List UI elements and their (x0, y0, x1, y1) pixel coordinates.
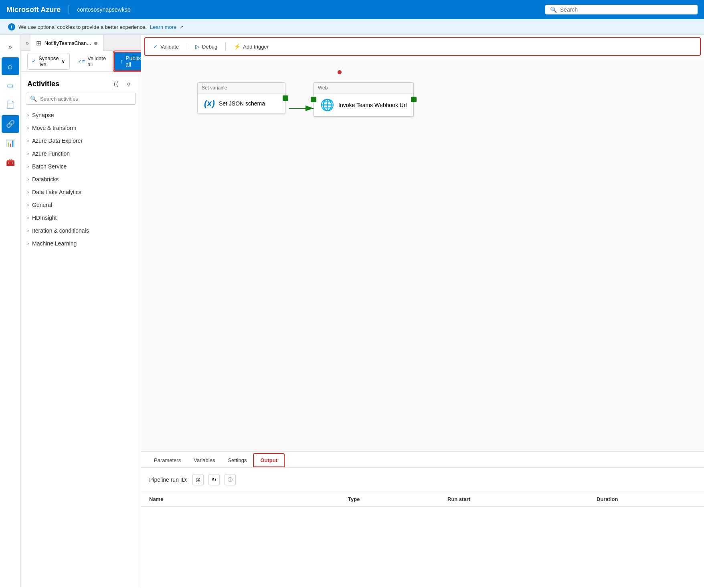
pipeline-tab[interactable]: ⊞ NotifiyTeamsChan... (30, 35, 103, 51)
bottom-tabs: Parameters Variables Settings Output (141, 452, 704, 468)
activity-group-synapse[interactable]: › Synapse (21, 109, 141, 122)
search-bar: 🔍 (545, 5, 698, 14)
activity-group-iteration-conditionals[interactable]: › Iteration & conditionals (21, 224, 141, 237)
toolbar-divider (187, 43, 187, 51)
web-label: Invoke Teams Webhook Url (338, 102, 407, 108)
activity-group-move-transform[interactable]: › Move & transform (21, 122, 141, 134)
validate-all-button[interactable]: ✓≡ Validate all (73, 53, 111, 69)
tab-unsaved-dot (94, 42, 97, 45)
activity-group-azure-data-explorer[interactable]: › Azure Data Explorer (21, 134, 141, 147)
activity-group-data-lake-analytics[interactable]: › Data Lake Analytics (21, 186, 141, 199)
web-body: 🌐 Invoke Teams Webhook Url (314, 93, 413, 116)
tab-settings[interactable]: Settings (221, 454, 253, 467)
search-activities-icon: 🔍 (30, 95, 37, 102)
chevron-right-icon: › (27, 138, 29, 144)
sidebar-item-database[interactable]: ▭ (2, 77, 19, 94)
activity-group-label: HDInsight (32, 215, 57, 221)
chevron-right-icon: › (27, 189, 29, 195)
search-activities-input[interactable] (40, 96, 131, 102)
validate-check-icon: ✓ (153, 43, 158, 50)
sidebar-item-toolbox[interactable]: 🧰 (2, 154, 19, 171)
publish-toolbar: ✓ Synapse live ∨ ✓≡ Validate all ↑ Publi… (21, 51, 141, 72)
set-variable-label: Set JSON schema (219, 100, 265, 107)
external-link-icon: ↗ (180, 24, 183, 30)
run-refresh-button[interactable]: ↻ (208, 474, 220, 485)
expand-panel-icon[interactable]: » (24, 39, 30, 47)
sidebar-item-monitor[interactable]: 📊 (2, 134, 19, 152)
activity-group-databricks[interactable]: › Databricks (21, 173, 141, 186)
web-output-connector[interactable] (411, 97, 417, 102)
debug-label: Debug (202, 44, 217, 50)
sidebar-item-home[interactable]: ⌂ (2, 57, 19, 75)
validate-button[interactable]: ✓ Validate (148, 41, 184, 52)
collapse-panel-icon[interactable]: « (123, 78, 134, 89)
activities-header: Activities ⟨⟨ « (21, 72, 141, 93)
activity-group-label: Databricks (32, 176, 59, 182)
activity-group-label: General (32, 202, 52, 208)
top-bar-divider (69, 5, 69, 14)
activity-group-azure-function[interactable]: › Azure Function (21, 147, 141, 160)
sidebar-item-document[interactable]: 📄 (2, 96, 19, 114)
set-variable-node[interactable]: Set variable (x) Set JSON schema (197, 82, 285, 114)
chevron-right-icon: › (27, 241, 29, 246)
activity-group-label: Azure Data Explorer (32, 138, 83, 144)
activity-group-hdinsight[interactable]: › HDInsight (21, 211, 141, 224)
workspace-name: contososynapsewksp (77, 6, 130, 13)
tab-bar: » ⊞ NotifiyTeamsChan... (21, 35, 141, 51)
pipeline-run-id-label: Pipeline run ID: (149, 476, 188, 483)
tab-parameters[interactable]: Parameters (148, 454, 187, 467)
activities-title: Activities (27, 80, 59, 88)
cookie-text: We use optional cookies to provide a bet… (18, 24, 147, 30)
tab-output[interactable]: Output (253, 453, 285, 467)
cookie-banner: i We use optional cookies to provide a b… (0, 19, 704, 35)
activity-group-machine-learning[interactable]: › Machine Learning (21, 237, 141, 250)
collapse-icon[interactable]: ⟨⟨ (110, 78, 121, 89)
info-icon: i (8, 23, 15, 30)
web-node[interactable]: Web 🌐 Invoke Teams Webhook Url (314, 82, 414, 117)
output-table-header: Name Type Run start Duration (141, 492, 704, 507)
search-icon: 🔍 (550, 6, 557, 13)
run-info-button[interactable]: ⓘ (225, 474, 236, 485)
add-trigger-button[interactable]: ⚡ Add trigger (229, 41, 273, 52)
sidebar-item-integrate[interactable]: 🔗 (2, 115, 19, 133)
web-icon: 🌐 (320, 98, 334, 112)
add-trigger-label: Add trigger (243, 44, 269, 50)
col-duration: Duration (597, 496, 696, 502)
chevron-right-icon: › (27, 151, 29, 156)
chevron-right-icon: › (27, 228, 29, 233)
col-name: Name (149, 496, 348, 502)
debug-play-icon: ▷ (195, 43, 200, 50)
activity-group-batch-service[interactable]: › Batch Service (21, 160, 141, 173)
validate-all-icon: ✓≡ (78, 58, 85, 64)
synapse-live-label: Synapse live (38, 55, 59, 67)
main-layout: » ⌂ ▭ 📄 🔗 📊 🧰 » ⊞ NotifiyTeamsChan... ✓ … (0, 35, 704, 588)
pipeline-editor-area: ✓ Validate ▷ Debug ⚡ Add trigger Set var… (141, 35, 704, 588)
search-input[interactable] (560, 6, 693, 13)
pipeline-canvas[interactable]: Set variable (x) Set JSON schema Web (141, 58, 704, 451)
pipeline-toolbar-wrapper: ✓ Validate ▷ Debug ⚡ Add trigger (144, 37, 701, 56)
chevron-right-icon: › (27, 215, 29, 221)
synapse-live-button[interactable]: ✓ Synapse live ∨ (27, 53, 70, 70)
search-activities-bar[interactable]: 🔍 (26, 93, 136, 105)
chevron-right-icon: › (27, 164, 29, 169)
learn-more-link[interactable]: Learn more (150, 24, 176, 30)
activity-group-label: Data Lake Analytics (32, 189, 81, 195)
bottom-panel: Parameters Variables Settings Output Pip… (141, 451, 704, 588)
set-variable-output-connector[interactable] (283, 95, 288, 101)
activities-panel: » ⊞ NotifiyTeamsChan... ✓ Synapse live ∨… (21, 35, 141, 588)
tab-variables[interactable]: Variables (187, 454, 221, 467)
run-id-mention-button[interactable]: @ (192, 474, 204, 485)
debug-button[interactable]: ▷ Debug (190, 41, 222, 52)
activities-header-icons: ⟨⟨ « (110, 78, 134, 89)
chevron-right-icon: › (27, 176, 29, 182)
pipeline-arrow (141, 58, 704, 451)
validate-all-label: Validate all (87, 55, 106, 67)
expand-icon[interactable]: » (2, 38, 19, 56)
web-input-connector[interactable] (311, 97, 316, 102)
activity-group-label: Synapse (32, 112, 54, 118)
error-dot (338, 70, 342, 74)
activity-group-label: Move & transform (32, 125, 76, 131)
activity-group-general[interactable]: › General (21, 199, 141, 211)
app-title: Microsoft Azure (6, 6, 61, 14)
set-variable-icon: (x) (204, 98, 215, 109)
